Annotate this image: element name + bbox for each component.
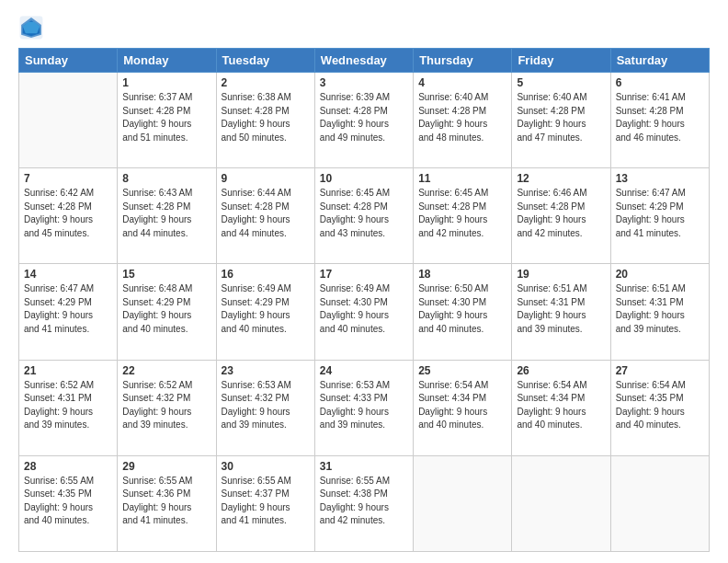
calendar-cell: 2Sunrise: 6:38 AM Sunset: 4:28 PM Daylig…: [216, 73, 314, 168]
calendar-cell: [512, 455, 610, 551]
calendar-cell: 24Sunrise: 6:53 AM Sunset: 4:33 PM Dayli…: [314, 360, 413, 455]
calendar-cell: 20Sunrise: 6:51 AM Sunset: 4:31 PM Dayli…: [610, 264, 709, 360]
day-info: Sunrise: 6:37 AM Sunset: 4:28 PM Dayligh…: [122, 91, 210, 144]
day-info: Sunrise: 6:48 AM Sunset: 4:29 PM Dayligh…: [122, 282, 210, 336]
calendar-header-monday: Monday: [118, 49, 216, 73]
day-number: 2: [222, 76, 310, 89]
day-info: Sunrise: 6:52 AM Sunset: 4:32 PM Dayligh…: [122, 379, 210, 432]
calendar-cell: 15Sunrise: 6:48 AM Sunset: 4:29 PM Dayli…: [118, 264, 216, 360]
day-info: Sunrise: 6:55 AM Sunset: 4:35 PM Dayligh…: [24, 475, 112, 528]
calendar-cell: 14Sunrise: 6:47 AM Sunset: 4:29 PM Dayli…: [19, 264, 118, 360]
calendar-cell: 17Sunrise: 6:49 AM Sunset: 4:30 PM Dayli…: [314, 264, 413, 360]
header: [18, 15, 710, 40]
day-info: Sunrise: 6:40 AM Sunset: 4:28 PM Dayligh…: [517, 91, 605, 144]
calendar-cell: 11Sunrise: 6:45 AM Sunset: 4:28 PM Dayli…: [414, 168, 512, 264]
day-number: 25: [418, 364, 506, 377]
day-number: 6: [616, 76, 704, 89]
calendar-cell: 30Sunrise: 6:55 AM Sunset: 4:37 PM Dayli…: [216, 455, 314, 551]
calendar-header-thursday: Thursday: [414, 49, 512, 73]
calendar-cell: 13Sunrise: 6:47 AM Sunset: 4:29 PM Dayli…: [610, 168, 709, 264]
calendar-cell: 26Sunrise: 6:54 AM Sunset: 4:34 PM Dayli…: [512, 360, 610, 455]
calendar-header-friday: Friday: [512, 49, 610, 73]
day-info: Sunrise: 6:50 AM Sunset: 4:30 PM Dayligh…: [418, 282, 506, 336]
day-info: Sunrise: 6:52 AM Sunset: 4:31 PM Dayligh…: [24, 379, 112, 432]
day-info: Sunrise: 6:49 AM Sunset: 4:29 PM Dayligh…: [222, 282, 310, 336]
day-number: 5: [517, 76, 605, 89]
day-number: 19: [517, 268, 605, 281]
day-number: 17: [320, 268, 408, 281]
day-info: Sunrise: 6:46 AM Sunset: 4:28 PM Dayligh…: [517, 187, 605, 240]
day-info: Sunrise: 6:53 AM Sunset: 4:33 PM Dayligh…: [320, 379, 408, 432]
day-info: Sunrise: 6:44 AM Sunset: 4:28 PM Dayligh…: [222, 187, 310, 240]
day-number: 14: [24, 268, 112, 281]
calendar-cell: [19, 73, 118, 168]
page: SundayMondayTuesdayWednesdayThursdayFrid…: [0, 0, 728, 563]
day-info: Sunrise: 6:54 AM Sunset: 4:34 PM Dayligh…: [517, 379, 605, 432]
day-number: 11: [418, 172, 506, 185]
day-number: 28: [24, 460, 112, 473]
calendar-header-sunday: Sunday: [19, 49, 118, 73]
calendar-cell: 18Sunrise: 6:50 AM Sunset: 4:30 PM Dayli…: [414, 264, 512, 360]
day-number: 8: [122, 172, 210, 185]
day-info: Sunrise: 6:55 AM Sunset: 4:36 PM Dayligh…: [122, 475, 210, 528]
calendar-cell: 9Sunrise: 6:44 AM Sunset: 4:28 PM Daylig…: [216, 168, 314, 264]
day-number: 16: [222, 268, 310, 281]
day-info: Sunrise: 6:39 AM Sunset: 4:28 PM Dayligh…: [320, 91, 408, 144]
calendar-week-row: 21Sunrise: 6:52 AM Sunset: 4:31 PM Dayli…: [19, 360, 710, 455]
day-number: 15: [122, 268, 210, 281]
calendar-cell: 28Sunrise: 6:55 AM Sunset: 4:35 PM Dayli…: [19, 455, 118, 551]
calendar-cell: 23Sunrise: 6:53 AM Sunset: 4:32 PM Dayli…: [216, 360, 314, 455]
day-info: Sunrise: 6:51 AM Sunset: 4:31 PM Dayligh…: [517, 282, 605, 336]
day-number: 10: [320, 172, 408, 185]
day-number: 3: [320, 76, 408, 89]
day-info: Sunrise: 6:54 AM Sunset: 4:35 PM Dayligh…: [616, 379, 704, 432]
day-number: 20: [616, 268, 704, 281]
day-number: 18: [418, 268, 506, 281]
calendar-cell: [610, 455, 709, 551]
calendar-cell: 22Sunrise: 6:52 AM Sunset: 4:32 PM Dayli…: [118, 360, 216, 455]
day-number: 23: [222, 364, 310, 377]
calendar-header-row: SundayMondayTuesdayWednesdayThursdayFrid…: [19, 49, 710, 73]
calendar-cell: 1Sunrise: 6:37 AM Sunset: 4:28 PM Daylig…: [118, 73, 216, 168]
calendar-cell: 25Sunrise: 6:54 AM Sunset: 4:34 PM Dayli…: [414, 360, 512, 455]
day-info: Sunrise: 6:47 AM Sunset: 4:29 PM Dayligh…: [616, 187, 704, 240]
day-info: Sunrise: 6:45 AM Sunset: 4:28 PM Dayligh…: [320, 187, 408, 240]
calendar-cell: [414, 455, 512, 551]
calendar-cell: 8Sunrise: 6:43 AM Sunset: 4:28 PM Daylig…: [118, 168, 216, 264]
logo-icon: [18, 15, 44, 40]
day-number: 31: [320, 460, 408, 473]
calendar-cell: 5Sunrise: 6:40 AM Sunset: 4:28 PM Daylig…: [512, 73, 610, 168]
calendar-week-row: 14Sunrise: 6:47 AM Sunset: 4:29 PM Dayli…: [19, 264, 710, 360]
day-info: Sunrise: 6:55 AM Sunset: 4:38 PM Dayligh…: [320, 475, 408, 528]
calendar-cell: 19Sunrise: 6:51 AM Sunset: 4:31 PM Dayli…: [512, 264, 610, 360]
day-info: Sunrise: 6:43 AM Sunset: 4:28 PM Dayligh…: [122, 187, 210, 240]
calendar-cell: 16Sunrise: 6:49 AM Sunset: 4:29 PM Dayli…: [216, 264, 314, 360]
calendar-header-tuesday: Tuesday: [216, 49, 314, 73]
calendar-cell: 3Sunrise: 6:39 AM Sunset: 4:28 PM Daylig…: [314, 73, 413, 168]
calendar-cell: 12Sunrise: 6:46 AM Sunset: 4:28 PM Dayli…: [512, 168, 610, 264]
day-info: Sunrise: 6:47 AM Sunset: 4:29 PM Dayligh…: [24, 282, 112, 336]
calendar-cell: 29Sunrise: 6:55 AM Sunset: 4:36 PM Dayli…: [118, 455, 216, 551]
day-number: 9: [222, 172, 310, 185]
calendar-week-row: 1Sunrise: 6:37 AM Sunset: 4:28 PM Daylig…: [19, 73, 710, 168]
day-number: 21: [24, 364, 112, 377]
day-number: 22: [122, 364, 210, 377]
day-info: Sunrise: 6:55 AM Sunset: 4:37 PM Dayligh…: [222, 475, 310, 528]
day-info: Sunrise: 6:54 AM Sunset: 4:34 PM Dayligh…: [418, 379, 506, 432]
day-number: 1: [122, 76, 210, 89]
calendar-cell: 31Sunrise: 6:55 AM Sunset: 4:38 PM Dayli…: [314, 455, 413, 551]
calendar-week-row: 28Sunrise: 6:55 AM Sunset: 4:35 PM Dayli…: [19, 455, 710, 551]
day-number: 4: [418, 76, 506, 89]
calendar-cell: 27Sunrise: 6:54 AM Sunset: 4:35 PM Dayli…: [610, 360, 709, 455]
day-info: Sunrise: 6:40 AM Sunset: 4:28 PM Dayligh…: [418, 91, 506, 144]
day-info: Sunrise: 6:41 AM Sunset: 4:28 PM Dayligh…: [616, 91, 704, 144]
calendar-cell: 10Sunrise: 6:45 AM Sunset: 4:28 PM Dayli…: [314, 168, 413, 264]
day-number: 30: [222, 460, 310, 473]
day-info: Sunrise: 6:38 AM Sunset: 4:28 PM Dayligh…: [222, 91, 310, 144]
calendar-table: SundayMondayTuesdayWednesdayThursdayFrid…: [18, 48, 710, 552]
day-number: 26: [517, 364, 605, 377]
day-info: Sunrise: 6:53 AM Sunset: 4:32 PM Dayligh…: [222, 379, 310, 432]
calendar-cell: 6Sunrise: 6:41 AM Sunset: 4:28 PM Daylig…: [610, 73, 709, 168]
calendar-cell: 7Sunrise: 6:42 AM Sunset: 4:28 PM Daylig…: [19, 168, 118, 264]
day-number: 12: [517, 172, 605, 185]
